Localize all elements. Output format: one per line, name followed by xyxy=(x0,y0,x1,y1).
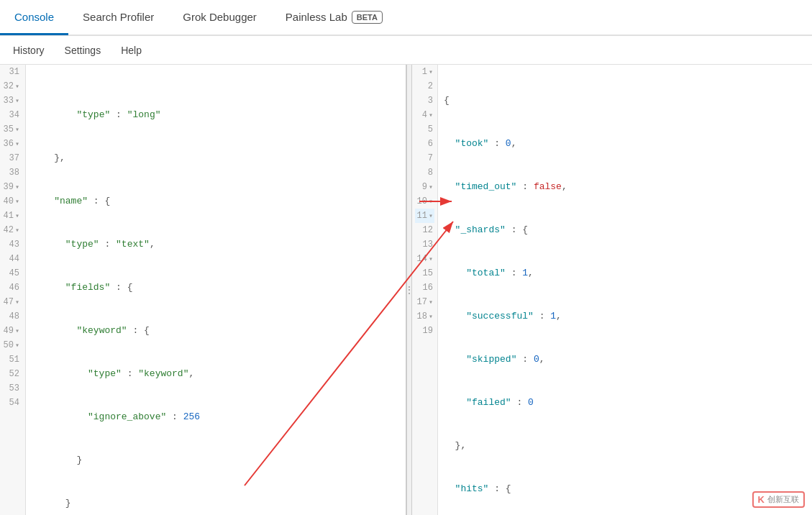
tab-settings[interactable]: Settings xyxy=(55,37,111,63)
tab-help[interactable]: Help xyxy=(111,37,152,63)
code-line-40: } xyxy=(32,496,406,511)
code-line-36: "keyword" : { xyxy=(32,324,406,338)
output-line-numbers: 1▾ 2 3 4▾ 5 6 7 8 9▾ 10▾ 11▾ 12 13 14▾ 1… xyxy=(412,65,438,515)
main-content: 31 32▾ 33▾ 34 35▾ 36▾ 37 38 39▾ 40▾ 41▾ … xyxy=(0,65,812,515)
out-line-2: "took" : 0, xyxy=(444,137,812,151)
tab-history[interactable]: History xyxy=(3,37,55,63)
watermark: K 创新互联 xyxy=(752,491,805,508)
code-line-31: "type" : "long" xyxy=(32,108,406,122)
panel-divider[interactable]: ⋮ xyxy=(406,65,412,515)
out-line-1: { xyxy=(444,94,812,108)
tab-painless-lab[interactable]: Painless Lab BETA xyxy=(271,1,397,36)
out-line-6: "successful" : 1, xyxy=(444,309,812,324)
out-line-5: "total" : 1, xyxy=(444,266,812,281)
out-line-8: "failed" : 0 xyxy=(444,396,812,410)
code-line-32: }, xyxy=(32,151,406,165)
tab-search-profiler[interactable]: Search Profiler xyxy=(68,1,168,35)
editor-code-lines: "type" : "long" }, "name" : { "type" : "… xyxy=(26,65,406,515)
tab-console[interactable]: Console xyxy=(0,1,68,35)
left-editor-panel: 31 32▾ 33▾ 34 35▾ 36▾ 37 38 39▾ 40▾ 41▾ … xyxy=(0,65,406,515)
output-code-area[interactable]: 1▾ 2 3 4▾ 5 6 7 8 9▾ 10▾ 11▾ 12 13 14▾ 1… xyxy=(412,65,812,515)
code-line-34: "type" : "text", xyxy=(32,237,406,252)
beta-badge: BETA xyxy=(352,11,383,24)
out-line-4: "_shards" : { xyxy=(444,223,812,237)
out-line-9: }, xyxy=(444,439,812,453)
watermark-box: K 创新互联 xyxy=(752,491,805,508)
code-line-35: "fields" : { xyxy=(32,281,406,295)
code-line-39: } xyxy=(32,453,406,468)
code-line-38: "ignore_above" : 256 xyxy=(32,410,406,424)
watermark-icon: K xyxy=(758,494,765,505)
watermark-label: 创新互联 xyxy=(767,494,799,505)
secondary-navigation: History Settings Help xyxy=(0,36,812,65)
top-navigation: Console Search Profiler Grok Debugger Pa… xyxy=(0,0,812,36)
output-code-lines: { "took" : 0, "timed_out" : false, "_sha… xyxy=(438,65,812,515)
editor-line-numbers: 31 32▾ 33▾ 34 35▾ 36▾ 37 38 39▾ 40▾ 41▾ … xyxy=(0,65,26,515)
code-line-37: "type" : "keyword", xyxy=(32,367,406,381)
out-line-7: "skipped" : 0, xyxy=(444,352,812,367)
out-line-3: "timed_out" : false, xyxy=(444,180,812,194)
code-line-33: "name" : { xyxy=(32,194,406,209)
right-output-panel: 1▾ 2 3 4▾ 5 6 7 8 9▾ 10▾ 11▾ 12 13 14▾ 1… xyxy=(412,65,812,515)
editor-code-area[interactable]: 31 32▾ 33▾ 34 35▾ 36▾ 37 38 39▾ 40▾ 41▾ … xyxy=(0,65,406,515)
tab-grok-debugger[interactable]: Grok Debugger xyxy=(168,1,271,35)
